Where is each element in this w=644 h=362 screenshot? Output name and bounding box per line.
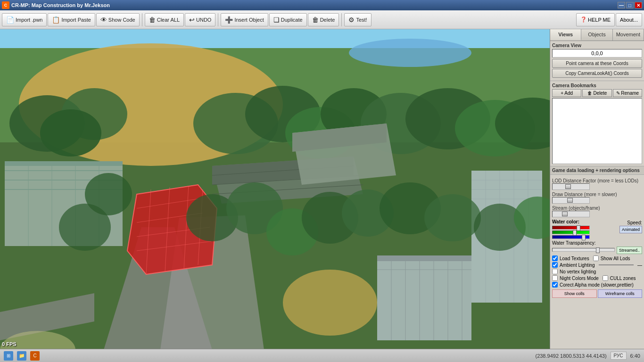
- draw-label: Draw Distance (more = slower): [552, 192, 642, 197]
- fps-counter: 0 FPS: [2, 341, 17, 347]
- night-colors-label: Night Colors Mode: [560, 276, 599, 281]
- show-code-button[interactable]: 👁 Show Code: [96, 13, 140, 26]
- tab-movement[interactable]: Movement: [613, 29, 644, 41]
- tab-objects[interactable]: Objects: [581, 29, 612, 41]
- insert-object-label: Insert Object: [234, 17, 264, 23]
- water-green-slider[interactable]: [552, 230, 590, 234]
- tab-views[interactable]: Views: [550, 29, 581, 41]
- load-textures-row: Load Textures Show All Lods: [552, 255, 642, 261]
- water-blue-slider[interactable]: [552, 235, 590, 239]
- help-label: HELP ME: [588, 17, 611, 23]
- undo-label: UNDO: [196, 17, 211, 23]
- bookmark-delete-button[interactable]: 🗑 Delete: [582, 89, 611, 97]
- toolbar-separator-3: [341, 13, 342, 26]
- svg-point-52: [283, 270, 377, 336]
- duplicate-button[interactable]: ❏ Duplicate: [269, 13, 307, 26]
- undo-button[interactable]: ↩ UNDO: [185, 13, 215, 26]
- ambient-lighting-row: Ambient Lighting —: [552, 262, 642, 268]
- load-textures-checkbox[interactable]: [552, 255, 558, 261]
- titlebar: C CR-MP: Map Construction by Mr.Jekson —…: [0, 0, 644, 10]
- right-panel: Views Objects Movement Camera View 0,0,0…: [550, 29, 644, 349]
- toolbar: 📄 Import .pwn 📋 Import Paste 👁 Show Code…: [0, 10, 644, 29]
- no-vertex-label: No vertex lighting: [560, 269, 596, 274]
- window-controls[interactable]: — □ ✕: [618, 2, 642, 8]
- app-icon: C: [2, 1, 9, 9]
- import-pwn-button[interactable]: 📄 Import .pwn: [2, 13, 47, 26]
- titlebar-left: C CR-MP: Map Construction by Mr.Jekson: [2, 1, 110, 9]
- test-button[interactable]: ⚙ Test!: [344, 13, 371, 26]
- draw-slider[interactable]: [552, 197, 590, 204]
- test-label: Test!: [356, 17, 367, 23]
- correct-alpha-checkbox[interactable]: [552, 282, 558, 288]
- help-icon: ❓: [580, 16, 587, 23]
- import-paste-button[interactable]: 📋 Import Paste: [48, 13, 95, 26]
- stream-slider-row: [552, 211, 642, 217]
- about-label: About...: [620, 17, 638, 23]
- help-button[interactable]: ❓ HELP ME: [576, 13, 615, 26]
- svg-rect-20: [5, 161, 123, 166]
- insert-icon: ➕: [225, 16, 233, 24]
- svg-point-67: [59, 204, 111, 251]
- wireframe-colls-button[interactable]: Wireframe colls: [598, 289, 643, 298]
- scene-canvas: [0, 29, 550, 349]
- no-vertex-checkbox[interactable]: [552, 269, 558, 274]
- taskbar-explorer[interactable]: 📁: [17, 351, 26, 361]
- show-colls-button[interactable]: Show colls: [552, 289, 597, 298]
- viewport[interactable]: 0 FPS: [0, 29, 550, 349]
- delete-button[interactable]: 🗑 Delete: [308, 13, 339, 26]
- insert-object-button[interactable]: ➕ Insert Object: [221, 13, 268, 26]
- water-color-label: Water color:: [552, 219, 579, 224]
- camera-view-section: Camera View 0,0,0 Point camera at these …: [550, 41, 644, 81]
- water-red-slider[interactable]: [552, 226, 590, 230]
- clear-all-button[interactable]: 🗑 Clear ALL: [145, 13, 184, 26]
- status-left: ⊞ 📁 C: [4, 351, 40, 361]
- bookmark-add-button[interactable]: + Add: [552, 89, 581, 97]
- bookmark-rename-button[interactable]: ✎ Rename: [613, 89, 642, 97]
- tab-bar: Views Objects Movement: [550, 29, 644, 41]
- undo-icon: ↩: [189, 16, 195, 24]
- duplicate-icon: ❏: [273, 16, 280, 24]
- status-right: (238.9492 1800.5313 44.4143) РУС 6:40: [535, 352, 640, 360]
- svg-point-7: [40, 109, 101, 156]
- cull-zones-checkbox[interactable]: [603, 275, 608, 281]
- clock: 6:40: [630, 353, 640, 359]
- correct-alpha-row: Corect Alpha mode (slower,prettier): [552, 282, 642, 288]
- stream-label: Stream (objects/frame): [552, 206, 642, 211]
- load-textures-label: Load Textures: [560, 256, 589, 261]
- clear-icon: 🗑: [149, 16, 156, 24]
- water-transparency-slider[interactable]: [552, 248, 615, 252]
- night-colors-row: Night Colors Mode CULL zones: [552, 275, 642, 281]
- maximize-button[interactable]: □: [626, 2, 634, 8]
- lod-slider-row: [552, 183, 642, 190]
- color-sliders: [552, 226, 618, 239]
- ambient-lighting-checkbox[interactable]: [552, 262, 558, 268]
- camera-coords: 0,0,0: [552, 49, 642, 58]
- taskbar-app[interactable]: C: [30, 351, 40, 361]
- show-all-lods-checkbox[interactable]: [593, 255, 599, 261]
- svg-point-75: [349, 39, 471, 67]
- import-pwn-label: Import .pwn: [16, 17, 42, 23]
- lod-slider[interactable]: [552, 183, 590, 190]
- streamed-button[interactable]: Streamed..: [617, 247, 642, 254]
- bookmark-list[interactable]: [552, 98, 642, 164]
- app-title: CR-MP: Map Construction by Mr.Jekson: [11, 2, 110, 8]
- language-indicator[interactable]: РУС: [611, 352, 627, 360]
- svg-point-72: [424, 194, 481, 241]
- about-button[interactable]: About...: [616, 13, 642, 26]
- test-icon: ⚙: [348, 16, 355, 24]
- animated-button[interactable]: Animated: [619, 226, 642, 233]
- import-paste-icon: 📋: [52, 16, 60, 24]
- minimize-button[interactable]: —: [618, 2, 625, 8]
- camera-view-label: Camera View: [552, 43, 642, 48]
- cull-zones-label: CULL zones: [610, 276, 636, 281]
- correct-alpha-label: Corect Alpha mode (slower,prettier): [560, 282, 634, 288]
- water-transparency-label: Water Transparency:: [552, 240, 595, 246]
- point-camera-button[interactable]: Point camera at these Coords: [552, 59, 642, 68]
- start-button[interactable]: ⊞: [4, 351, 13, 361]
- close-button[interactable]: ✕: [635, 2, 642, 8]
- stream-slider[interactable]: [552, 211, 590, 217]
- bookmarks-section: Camera Bookmarks + Add 🗑 Delete ✎ Rename: [550, 81, 644, 166]
- copy-camera-button[interactable]: Copy CameraLookAt() Coords: [552, 69, 642, 78]
- show-all-lods-label: Show All Lods: [601, 256, 630, 261]
- night-colors-checkbox[interactable]: [552, 275, 558, 281]
